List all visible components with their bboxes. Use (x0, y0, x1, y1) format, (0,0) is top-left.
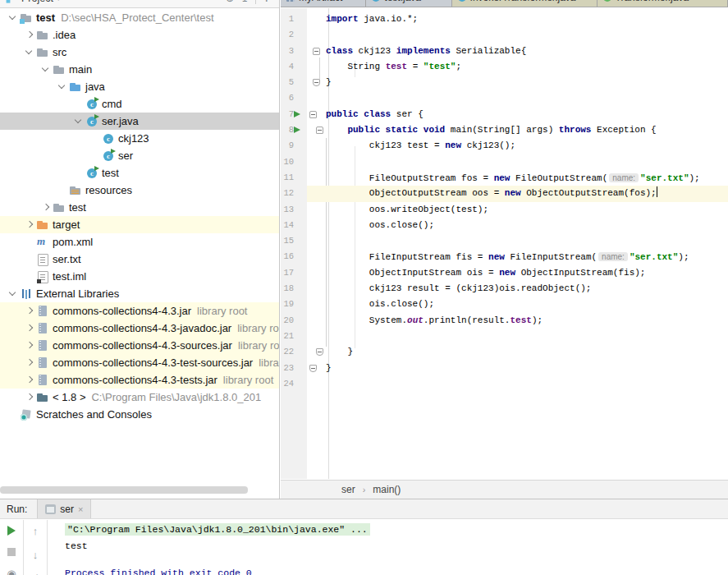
tree-row-commons-collections4-4.3.jar[interactable]: commons-collections4-4.3.jarlibrary root (0, 302, 279, 320)
run-icon[interactable] (294, 111, 300, 117)
gutter-markers (300, 376, 322, 392)
tree-row-test[interactable]: test (0, 164, 279, 182)
breadcrumb-item-ser[interactable]: ser (341, 484, 355, 495)
down-arrow-icon[interactable] (30, 550, 41, 561)
chevron-right-icon[interactable] (23, 305, 36, 318)
editor-tab-invokertransformer.java[interactable]: InvokerTransformer.java× (452, 0, 598, 7)
tree-row-target[interactable]: target (0, 216, 279, 233)
fold-start-icon[interactable] (313, 48, 320, 55)
code-area[interactable]: 1import java.io.*;23class ckj123 impleme… (281, 8, 728, 479)
code-line-3[interactable]: 3class ckj123 implements Serializable{ (281, 44, 728, 59)
tree-row-.idea[interactable]: .idea (0, 26, 279, 44)
chevron-right-icon[interactable] (39, 201, 53, 214)
tree-row-cmd[interactable]: cmd (0, 95, 279, 113)
code-line-19[interactable]: 19 ois.close(); (281, 297, 728, 312)
chevron-down-icon[interactable] (7, 288, 20, 301)
code-line-22[interactable]: 22 } (281, 344, 728, 360)
chevron-down-icon[interactable] (39, 63, 53, 76)
chevron-down-icon[interactable] (7, 12, 20, 25)
code-line-8[interactable]: 8 public static void main(String[] args)… (281, 122, 728, 138)
code-line-10[interactable]: 10 (281, 154, 728, 170)
editor-tab-transformer.java[interactable]: Transformer.java× (598, 0, 728, 7)
close-icon[interactable]: × (717, 0, 721, 2)
code-line-13[interactable]: 13 oos.writeObject(test); (281, 202, 728, 218)
code-line-15[interactable]: 15 (281, 233, 728, 249)
fold-end-icon[interactable] (313, 79, 320, 86)
code-line-11[interactable]: 11 FileOutputStream fos = new FileOutput… (281, 170, 728, 186)
breadcrumb-item-main[interactable]: main() (373, 484, 401, 495)
code-line-12[interactable]: 12 ObjectOutputStream oos = new ObjectOu… (281, 186, 728, 201)
close-icon[interactable]: × (440, 0, 445, 2)
editor-tab-myartifact[interactable]: MyArtifact× (281, 0, 366, 7)
up-arrow-icon[interactable] (30, 526, 41, 537)
code-line-14[interactable]: 14 oos.close(); (281, 218, 728, 233)
tree-row-test.iml[interactable]: test.iml (0, 268, 279, 285)
console-output[interactable]: "C:\Program Files\Java\jdk1.8.0_201\bin\… (48, 520, 728, 575)
code-line-5[interactable]: 5} (281, 75, 728, 90)
tree-row-commons-collections4-4.3-sources.jar[interactable]: commons-collections4-4.3-sources.jarlibr… (0, 337, 279, 354)
close-icon[interactable]: × (355, 0, 359, 2)
chevron-down-icon[interactable] (56, 80, 69, 94)
chevron-down-icon[interactable]: ▾ (57, 0, 61, 2)
chevron-right-icon[interactable] (23, 339, 36, 352)
code-line-18[interactable]: 18 ckj123 result = (ckj123)ois.readObjec… (281, 281, 728, 297)
tree-row-ser.java[interactable]: ser.java (0, 113, 279, 130)
code-line-16[interactable]: 16 FileInputStream fis = new FileInputSt… (281, 249, 728, 264)
code-line-7[interactable]: 7public class ser { (281, 107, 728, 122)
chevron-right-icon[interactable] (23, 322, 36, 335)
no-chevron (23, 253, 36, 266)
tree-row-scratches-and-consoles[interactable]: Scratches and Consoles (0, 406, 279, 423)
tree-row-commons-collections4-4.3-test-sources.jar[interactable]: commons-collections4-4.3-test-sources.ja… (0, 354, 279, 371)
tree-row--1.8-[interactable]: < 1.8 >C:\Program Files\Java\jdk1.8.0_20… (0, 389, 279, 406)
code-line-20[interactable]: 20 System.out.println(result.test); (281, 313, 728, 329)
tree-row-commons-collections4-4.3-javadoc.jar[interactable]: commons-collections4-4.3-javadoc.jarlibr… (0, 320, 279, 337)
screenshot-icon[interactable] (6, 568, 17, 575)
code-line-21[interactable]: 21 (281, 329, 728, 344)
code-token: ); (532, 315, 543, 325)
settings-icon[interactable]: ✛ (259, 0, 274, 4)
tree-row-main[interactable]: main (0, 61, 279, 78)
fold-start-icon[interactable] (309, 111, 317, 118)
tree-row-ser.txt[interactable]: ser.txt (0, 251, 279, 268)
fold-end-icon[interactable] (309, 365, 317, 372)
stop-icon[interactable] (6, 548, 17, 556)
code-line-2[interactable]: 2 (281, 27, 728, 43)
code-line-6[interactable]: 6 (281, 90, 728, 106)
tree-row-java[interactable]: java (0, 78, 279, 95)
tree-row-ser[interactable]: ser (0, 147, 279, 164)
chevron-right-icon[interactable] (23, 356, 36, 370)
chevron-right-icon[interactable] (23, 29, 36, 42)
tree-row-test[interactable]: test (0, 199, 279, 216)
close-icon[interactable]: × (78, 504, 83, 514)
chevron-right-icon[interactable] (23, 218, 36, 232)
code-line-4[interactable]: 4 String test = "test"; (281, 59, 728, 75)
tree-row-src[interactable]: src (0, 44, 279, 61)
code-line-1[interactable]: 1import java.io.*; (281, 12, 728, 27)
chevron-down-icon[interactable] (72, 115, 85, 128)
tree-row-resources[interactable]: resources (0, 182, 279, 199)
tree-row-ckj123[interactable]: ckj123 (0, 130, 279, 147)
run-icon[interactable] (294, 126, 300, 133)
fold-start-icon[interactable] (316, 126, 323, 134)
code-text: } (322, 361, 728, 376)
chevron-right-icon[interactable] (23, 374, 36, 387)
code-line-17[interactable]: 17 ObjectInputStream ois = new ObjectInp… (281, 265, 728, 281)
code-line-24[interactable]: 24 (281, 376, 728, 392)
close-icon[interactable]: × (585, 0, 590, 2)
tree-row-external-libraries[interactable]: External Libraries (0, 285, 279, 302)
horizontal-scrollbar[interactable] (0, 486, 248, 494)
tree-row-commons-collections4-4.3-tests.jar[interactable]: commons-collections4-4.3-tests.jarlibrar… (0, 371, 279, 389)
editor-tab-test.java[interactable]: test.java× (366, 0, 451, 7)
run-tab-ser[interactable]: ser × (37, 499, 91, 518)
code-line-23[interactable]: 23} (281, 361, 728, 376)
code-line-9[interactable]: 9 ckj123 test = new ckj123(); (281, 138, 728, 154)
collapse-all-icon[interactable]: ↥ (237, 0, 252, 4)
chevron-down-icon[interactable] (23, 46, 36, 59)
chevron-right-icon[interactable] (23, 391, 36, 404)
rerun-icon[interactable] (6, 526, 17, 536)
tree-row-test[interactable]: testD:\sec\HSA_Protect_Center\test (0, 9, 279, 26)
locate-icon[interactable]: ⊕ (222, 0, 237, 4)
folder-icon (53, 201, 66, 214)
fold-end-icon[interactable] (316, 348, 323, 356)
tree-row-pom.xml[interactable]: pom.xml (0, 233, 279, 251)
